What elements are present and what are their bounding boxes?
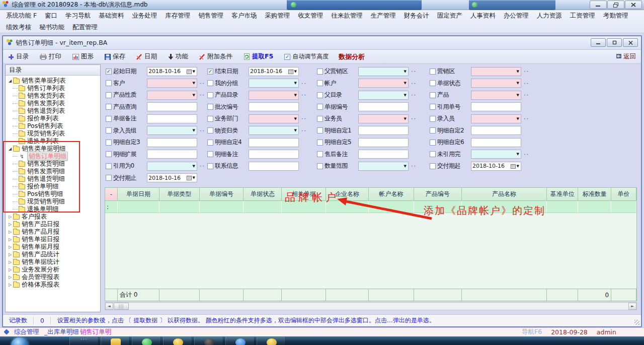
multi-select-dots[interactable]: ·· bbox=[524, 80, 529, 87]
multi-select-dots[interactable]: ·· bbox=[200, 127, 205, 134]
horizontal-scrollbar[interactable]: ◄ ||| ► bbox=[105, 302, 637, 310]
checkbox[interactable] bbox=[430, 68, 436, 75]
filter-field-date[interactable]: 2018-10-16▼ bbox=[471, 162, 521, 171]
dropdown-arrow-icon[interactable]: ▼ bbox=[404, 164, 407, 168]
tree-item[interactable]: Pos销售列表 bbox=[6, 122, 100, 130]
menu-item[interactable]: 工资管理 bbox=[566, 12, 599, 20]
tree-item[interactable]: ▷销售产品统计 bbox=[6, 251, 100, 258]
tree-item[interactable]: ▷业务发展分析 bbox=[6, 266, 100, 273]
calendar-icon[interactable]: ▼ bbox=[187, 69, 196, 74]
multi-select-dots[interactable]: ·· bbox=[524, 92, 529, 98]
checkbox[interactable] bbox=[430, 92, 436, 98]
dropdown-arrow-icon[interactable]: ▼ bbox=[193, 93, 196, 97]
auto-height-toggle[interactable]: ✓ 自动调节高度 bbox=[284, 52, 329, 61]
table-cell[interactable] bbox=[547, 201, 578, 213]
multi-select-dots[interactable]: ·· bbox=[200, 163, 205, 169]
tree-item[interactable]: ▷销售单据统计 bbox=[6, 258, 100, 266]
start-orb-icon[interactable] bbox=[11, 337, 28, 345]
expand-icon[interactable]: ▷ bbox=[8, 252, 13, 257]
checkbox[interactable] bbox=[106, 104, 112, 110]
filter-field-text[interactable] bbox=[249, 162, 299, 171]
restore-button[interactable] bbox=[607, 1, 624, 9]
taskbar-app-dark[interactable] bbox=[194, 337, 223, 345]
tree-item[interactable]: ▷销售产品月报 bbox=[6, 228, 100, 236]
menu-item[interactable]: 固定资产 bbox=[433, 12, 466, 20]
calendar-icon[interactable]: ▼ bbox=[288, 69, 297, 74]
column-header[interactable]: 单据编号 bbox=[200, 188, 244, 201]
checkbox[interactable] bbox=[430, 104, 436, 110]
expand-icon[interactable]: ▷ bbox=[8, 275, 13, 280]
filter-field-cyan[interactable]: ▼ bbox=[249, 79, 299, 88]
menu-item[interactable]: 采购管理 bbox=[261, 12, 294, 20]
dropdown-arrow-icon[interactable]: ▼ bbox=[517, 93, 520, 97]
taskbar-app-gold[interactable] bbox=[163, 337, 192, 345]
checkbox[interactable] bbox=[106, 80, 112, 86]
column-header[interactable]: 单据日期 bbox=[118, 188, 159, 201]
tree-item[interactable]: 现货销售列表 bbox=[6, 130, 100, 137]
checkbox[interactable] bbox=[430, 140, 436, 146]
column-header[interactable]: 帐户名称 bbox=[369, 188, 414, 201]
checkbox[interactable] bbox=[207, 127, 213, 133]
scroll-left-icon[interactable]: ◄ bbox=[105, 303, 113, 310]
taskbar-app-dots[interactable]: ··· bbox=[69, 337, 99, 345]
tree-item[interactable]: ▷会员管理报表 bbox=[6, 273, 100, 281]
checkbox[interactable] bbox=[207, 151, 213, 157]
filter-field-text[interactable] bbox=[471, 138, 521, 147]
menu-item[interactable]: 系统功能 F bbox=[2, 12, 41, 20]
expand-icon[interactable]: ▷ bbox=[8, 215, 13, 219]
checkbox[interactable] bbox=[317, 68, 323, 75]
filter-field-pink[interactable]: ▼ bbox=[471, 67, 521, 76]
table-cell[interactable] bbox=[159, 201, 200, 213]
column-header[interactable]: 标准数量 bbox=[578, 188, 611, 201]
menu-item[interactable]: 基础资料 bbox=[95, 12, 128, 20]
menu-item[interactable]: 窗口 bbox=[41, 12, 61, 20]
dropdown-arrow-icon[interactable]: ▼ bbox=[294, 81, 297, 85]
checkbox[interactable] bbox=[106, 151, 112, 157]
checkbox[interactable] bbox=[207, 140, 213, 146]
checkbox[interactable] bbox=[106, 116, 112, 122]
background-window[interactable] bbox=[469, 0, 555, 10]
filter-field-text[interactable] bbox=[358, 102, 409, 111]
expand-icon[interactable]: ▷ bbox=[8, 283, 13, 287]
checkbox[interactable] bbox=[317, 151, 323, 157]
filter-field-pink[interactable]: ▼ bbox=[249, 91, 299, 100]
checkbox-checked[interactable]: ✓ bbox=[207, 68, 213, 75]
expand-icon[interactable]: ▷ bbox=[8, 222, 13, 227]
dropdown-arrow-icon[interactable]: ▼ bbox=[517, 81, 520, 85]
dropdown-arrow-icon[interactable]: ▼ bbox=[294, 70, 297, 74]
filter-field-cyan[interactable]: ▼ bbox=[249, 126, 299, 135]
column-header[interactable]: 产品编号 bbox=[414, 188, 462, 201]
filter-field-cyan[interactable]: ▼ bbox=[358, 67, 409, 76]
menu-item[interactable]: 秘书功能 bbox=[35, 23, 68, 32]
filter-field-cyan[interactable]: ▼ bbox=[358, 91, 409, 100]
checkbox[interactable] bbox=[430, 151, 436, 157]
collapse-icon[interactable]: ◢ bbox=[8, 79, 13, 83]
multi-select-dots[interactable]: ·· bbox=[411, 92, 417, 98]
filter-field-pink[interactable]: ▼ bbox=[358, 114, 409, 123]
taskbar-app-blue[interactable] bbox=[225, 337, 255, 345]
expand-icon[interactable]: ▷ bbox=[8, 230, 13, 234]
checkbox[interactable] bbox=[207, 92, 213, 98]
table-cell[interactable] bbox=[244, 201, 282, 213]
menu-item[interactable]: 财务会计 bbox=[400, 12, 433, 20]
column-header[interactable]: 单据状态 bbox=[244, 188, 282, 201]
dropdown-arrow-icon[interactable]: ▼ bbox=[294, 117, 297, 121]
filter-field-text[interactable] bbox=[147, 138, 197, 147]
dropdown-arrow-icon[interactable]: ▼ bbox=[193, 176, 196, 180]
tree-item[interactable]: 销售退货列表 bbox=[6, 107, 100, 115]
tree-item[interactable]: ▷客户报表 bbox=[6, 213, 100, 221]
catalog-button[interactable]: 目录 bbox=[8, 52, 29, 61]
filter-field-pink[interactable]: ▼ bbox=[249, 114, 299, 123]
chart-button[interactable]: 图形 bbox=[72, 52, 94, 61]
tree-item[interactable]: 销售发货列表 bbox=[6, 92, 100, 100]
menu-item[interactable]: 考勤管理 bbox=[599, 12, 632, 20]
tree-item[interactable]: ▷销售单据月报 bbox=[6, 243, 100, 251]
filter-field-text[interactable] bbox=[358, 126, 409, 135]
column-header[interactable]: 单据类型 bbox=[159, 188, 200, 201]
scroll-right-icon[interactable]: ► bbox=[628, 303, 636, 310]
checkbox[interactable] bbox=[207, 80, 213, 86]
minimize-button[interactable] bbox=[590, 1, 607, 9]
background-window[interactable] bbox=[287, 0, 422, 10]
menu-item[interactable]: 生产管理 bbox=[367, 12, 400, 20]
multi-select-dots[interactable]: ·· bbox=[524, 151, 529, 158]
